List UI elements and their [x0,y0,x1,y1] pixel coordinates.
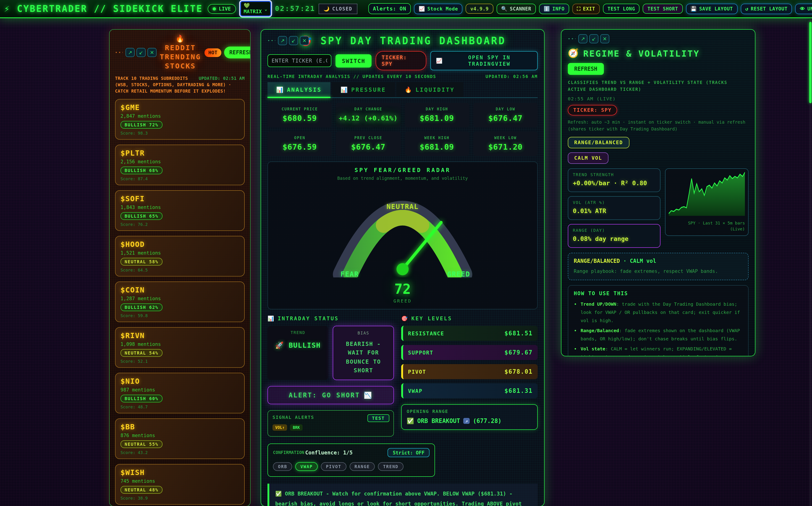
tab-liquidity[interactable]: 🔥 LIQUIDITY [396,82,463,97]
stock-ticker: $NIO [120,377,239,386]
close-icon[interactable]: ✕ [600,34,610,44]
stock-card[interactable]: $RIVN 1,098 mentions NEUTRAL 54% Score: … [115,327,245,368]
drag-handle-icon[interactable]: ∙∙∙∙∙∙∙∙∙ [267,40,275,41]
scanner-button[interactable]: 🔍 SCANNER [497,3,536,14]
stock-card[interactable]: $NIO 987 mentions BULLISH 60% Score: 48.… [115,373,245,414]
test-short-button[interactable]: TEST SHORT [643,4,682,14]
stock-ticker: $BB [120,423,239,431]
level-resistance: RESISTANCE $681.51 [401,326,538,341]
regime-refresh-button[interactable]: REFRESH [568,63,603,75]
reddit-panel-title: 🔥 REDDIT TRENDING STOCKS [159,34,201,71]
open-external-icon[interactable]: ↗ [463,418,470,424]
collapse-icon[interactable]: ↙ [137,48,146,57]
tab-pressure[interactable]: 📊 PRESSURE [332,82,395,97]
theme-select[interactable]: 💚 MATRIX ⌄ [239,0,272,17]
stock-mentions: 987 mentions [120,387,239,393]
sentiment-badge: BULLISH 62% [120,304,162,312]
trend-card: TREND 🚀 BULLISH [267,326,328,380]
gauge-value: 72 [272,281,533,297]
stock-score: Score: 87.4 [120,177,239,181]
stat-week-high: WEEK HIGH $681.09 [405,132,469,156]
alerts-toggle-button[interactable]: Alerts: ON [368,3,411,14]
unhide-all-button[interactable]: 👁 UNHIDE ALL [795,3,812,14]
stock-mentions: 2,847 mentions [120,113,239,119]
theme-select-value: 💚 MATRIX [244,3,262,15]
open-tradingview-button[interactable]: 📈 OPEN SPY IN TRADINGVIEW [430,51,538,70]
expand-icon[interactable]: ↗ [126,48,135,57]
stock-card[interactable]: $WISH 745 mentions NEUTRAL 48% Score: 38… [115,464,245,505]
topbar: ⚡ CYBERTRADER // SIDEKICK ELITE LIVE 💚 M… [0,0,812,18]
bias-card: BIAS BEARISH - WAIT FOR BOUNCE TO SHORT [333,326,394,380]
regime-volatility-panel: ∙∙∙∙∙∙∙∙∙ ↗ ↙ ✕ 🧭 REGIME & VOLATILITY RE… [561,29,755,356]
save-layout-button[interactable]: 💾 SAVE LAYOUT [686,3,737,14]
switch-ticker-button[interactable]: SWITCH [335,54,372,67]
regime-state-pill: RANGE/BALANCED [568,137,629,148]
stock-score: Score: 59.8 [120,314,239,318]
test-signal-button[interactable]: TEST [368,414,389,422]
ticker-input[interactable] [267,54,331,67]
opening-range-label: OPENING RANGE [407,409,532,414]
gauge-arc [316,184,489,277]
stock-mode-button[interactable]: 📈 Stock Mode [414,3,463,14]
collapse-icon[interactable]: ↙ [589,34,598,44]
stock-card[interactable]: $SOFI 1,843 mentions BULLISH 65% Score: … [115,190,245,231]
fear-greed-gauge: SPY FEAR/GREED RADAR Based on trend alig… [267,162,538,309]
collapse-icon[interactable]: ↙ [289,36,298,45]
stock-card[interactable]: $BB 876 mentions NEUTRAL 55% Score: 43.2 [115,419,245,459]
expand-icon[interactable]: ↗ [278,36,287,45]
breakout-badge: BRK [290,424,303,430]
sentiment-badge: NEUTRAL 48% [120,486,162,494]
stock-score: Score: 76.2 [120,223,239,227]
chart-down-icon: 📉 [364,391,373,399]
stat-day-change: DAY CHANGE +4.12 (+0.61%) [336,103,401,127]
reset-layout-button[interactable]: ↺ RESET LAYOUT [741,3,792,14]
stock-card[interactable]: $GME 2,847 mentions BULLISH 72% Score: 9… [115,99,245,140]
stock-mentions: 1,843 mentions [120,204,239,210]
metric-trend-strength: TREND STRENGTH +0.00%/bar · R² 0.80 [568,168,660,192]
analysis-message: ✅ ORB BREAKOUT - Watch for confirmation … [267,484,538,506]
drag-handle-icon[interactable]: ∙∙∙∙∙∙∙∙∙ [115,52,123,54]
chip-range: RANGE [349,462,375,471]
gauge-label-neutral: NEUTRAL [387,202,419,211]
regime-playbook-text: Range playbook: fade extremes, respect V… [574,267,743,275]
stock-card[interactable]: $COIN 1,287 mentions BULLISH 62% Score: … [115,282,245,322]
stock-mentions: 2,156 mentions [120,159,239,165]
gauge-label-greed: GREED [447,270,470,278]
alert-banner[interactable]: ALERT: GO SHORT 📉 [267,386,394,404]
expand-icon[interactable]: ↗ [578,34,587,44]
stock-score: Score: 38.9 [120,496,239,501]
chart-up-icon: 📈 [436,58,443,64]
chart-up-icon: 📈 [419,6,425,12]
bar-chart-icon: 📊 [340,86,348,93]
stock-mentions: 1,521 mentions [120,250,239,256]
stock-card[interactable]: $PLTR 2,156 mentions BULLISH 68% Score: … [115,145,245,185]
info-button[interactable]: ℹ️ INFO [539,3,569,14]
level-vwap: VWAP $681.31 [401,383,538,398]
reddit-description: UPDATED: 02:51 AM TRACK 10 TRADING SUBRE… [115,75,245,95]
reset-icon: ↺ [745,6,748,12]
stock-ticker: $GME [120,103,239,112]
regime-description: CLASSIFIES TREND VS RANGE + VOLATILITY S… [568,79,748,93]
chip-pivot: PIVOT [321,462,346,471]
tab-analysis[interactable]: 📊 ANALYSIS [267,82,330,97]
close-icon[interactable]: ✕ [300,36,309,45]
regime-status-state: RANGE/BALANCED [574,258,620,264]
stock-card[interactable]: $HOOD 1,521 mentions NEUTRAL 58% Score: … [115,236,245,277]
reddit-refresh-button[interactable]: REFRESH [224,47,251,59]
gauge-value-label: GREED [272,299,533,304]
scrollbar-thumb[interactable] [809,22,812,103]
test-long-button[interactable]: TEST LONG [603,4,640,14]
stat-day-high: DAY HIGH $681.09 [405,103,469,127]
stock-score: Score: 48.7 [120,405,239,410]
exit-button[interactable]: ⛶ EXIT [572,3,600,14]
metric-day-range: RANGE (DAY) 0.08% day range [568,224,660,248]
howto-item: Trend UP/DOWN: trade with the Day Tradin… [581,300,743,325]
search-icon: 🔍 [501,6,507,12]
intraday-status-heading: INTRADAY STATUS [278,315,339,322]
strict-toggle-button[interactable]: Strict: OFF [388,448,429,457]
signal-alerts-box: SIGNAL ALERTS TEST VOL↑ BRK [267,410,394,436]
sentiment-badge: BULLISH 68% [120,167,162,174]
close-icon[interactable]: ✕ [147,48,157,57]
drag-handle-icon[interactable]: ∙∙∙∙∙∙∙∙∙ [568,38,576,40]
regime-timestamp: 02:55 AM (LIVE) [568,96,748,101]
